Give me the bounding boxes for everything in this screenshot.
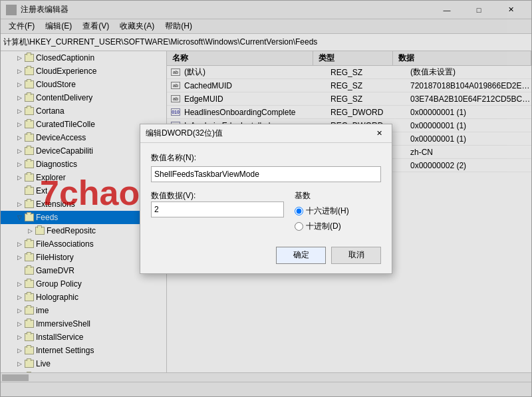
dialog-name-input[interactable] [151, 166, 381, 182]
edit-dword-dialog: 编辑DWORD(32位)值 ✕ 数值名称(N): 数值数据(V): 基数 [140, 124, 392, 274]
dialog-data-row: 数值数据(V): 基数 十六进制(H) 十进制(D) [151, 190, 381, 232]
radio-hex-label: 十六进制(H) [306, 205, 349, 217]
radio-hex[interactable]: 十六进制(H) [295, 205, 381, 217]
radio-dec[interactable]: 十进制(D) [295, 221, 381, 232]
dialog-ok-button[interactable]: 确定 [276, 247, 326, 264]
radio-group: 十六进制(H) 十进制(D) [295, 205, 381, 232]
dialog-body: 数值名称(N): 数值数据(V): 基数 十六进制(H) [140, 143, 392, 241]
dialog-data-label: 数值数据(V): [151, 191, 196, 200]
dialog-close-button[interactable]: ✕ [372, 126, 386, 140]
dialog-data-input[interactable] [151, 201, 284, 217]
dialog-title-bar: 编辑DWORD(32位)值 ✕ [140, 124, 392, 143]
dialog-buttons: 确定 取消 [140, 241, 392, 273]
dialog-name-label: 数值名称(N): [151, 152, 381, 164]
dialog-left-col: 数值数据(V): [151, 190, 284, 232]
radio-dec-input[interactable] [295, 222, 303, 231]
dialog-right-col: 基数 十六进制(H) 十进制(D) [295, 190, 381, 232]
base-label: 基数 [295, 190, 381, 201]
radio-hex-input[interactable] [295, 207, 303, 215]
radio-dec-label: 十进制(D) [306, 221, 341, 232]
dialog-title-text: 编辑DWORD(32位)值 [146, 128, 223, 139]
dialog-overlay: 编辑DWORD(32位)值 ✕ 数值名称(N): 数值数据(V): 基数 [0, 0, 532, 397]
dialog-cancel-button[interactable]: 取消 [331, 247, 381, 264]
dialog-name-field: 数值名称(N): [151, 152, 381, 182]
